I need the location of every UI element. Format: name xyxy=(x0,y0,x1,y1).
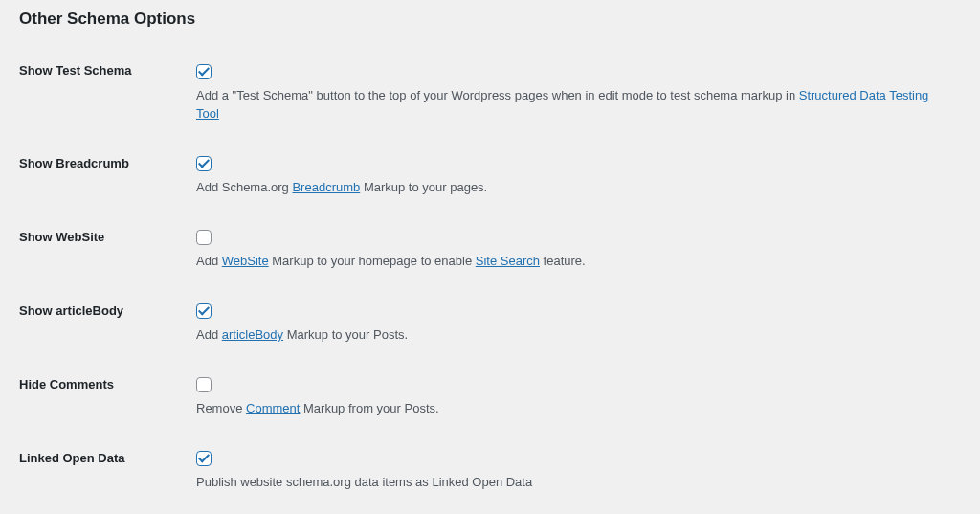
row-show-breadcrumb: Show Breadcrumb Add Schema.org Breadcrum… xyxy=(19,143,961,216)
checkbox-show-articlebody[interactable] xyxy=(196,303,212,319)
row-show-website: Show WebSite Add WebSite Markup to your … xyxy=(19,216,961,290)
checkbox-hide-comments[interactable] xyxy=(196,377,212,392)
desc-linked-open-data: Publish website schema.org data items as… xyxy=(196,473,951,492)
row-remove-microdata: Remove Microdata Remove Microdata from h… xyxy=(19,511,961,515)
desc-show-articlebody: Add articleBody Markup to your Posts. xyxy=(196,325,951,345)
link-website[interactable]: WebSite xyxy=(222,254,269,268)
label-show-breadcrumb: Show Breadcrumb xyxy=(19,143,196,216)
link-comment[interactable]: Comment xyxy=(246,401,300,415)
checkbox-show-test-schema[interactable] xyxy=(196,64,212,79)
section-title: Other Schema Options xyxy=(19,10,961,29)
link-site-search[interactable]: Site Search xyxy=(476,254,540,268)
label-show-articlebody: Show articleBody xyxy=(19,290,196,364)
label-show-website: Show WebSite xyxy=(19,216,196,290)
checkbox-show-breadcrumb[interactable] xyxy=(196,156,212,171)
settings-form-table: Show Test Schema Add a "Test Schema" but… xyxy=(19,50,961,514)
desc-show-test-schema: Add a "Test Schema" button to the top of… xyxy=(196,86,951,123)
checkbox-linked-open-data[interactable] xyxy=(196,451,212,466)
label-show-test-schema: Show Test Schema xyxy=(19,50,196,143)
checkbox-show-website[interactable] xyxy=(196,230,212,245)
row-linked-open-data: Linked Open Data Publish website schema.… xyxy=(19,437,961,511)
label-remove-microdata: Remove Microdata xyxy=(19,511,196,515)
desc-show-website: Add WebSite Markup to your homepage to e… xyxy=(196,252,951,271)
row-show-test-schema: Show Test Schema Add a "Test Schema" but… xyxy=(19,50,961,143)
row-show-articlebody: Show articleBody Add articleBody Markup … xyxy=(19,290,961,364)
label-linked-open-data: Linked Open Data xyxy=(19,437,196,511)
link-breadcrumb[interactable]: Breadcrumb xyxy=(292,180,360,194)
desc-hide-comments: Remove Comment Markup from your Posts. xyxy=(196,399,951,418)
link-articlebody[interactable]: articleBody xyxy=(222,327,283,342)
desc-show-breadcrumb: Add Schema.org Breadcrumb Markup to your… xyxy=(196,178,951,197)
label-hide-comments: Hide Comments xyxy=(19,364,196,437)
row-hide-comments: Hide Comments Remove Comment Markup from… xyxy=(19,364,961,437)
